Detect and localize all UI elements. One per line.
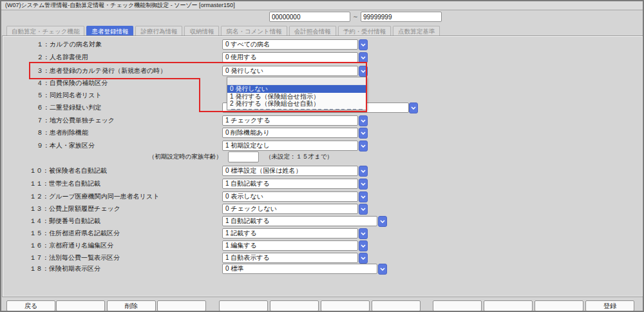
delete-button[interactable]: 削除: [107, 300, 156, 311]
footer-button-11[interactable]: [535, 300, 583, 311]
row-label-17: １７：法別毎公費一覧表示区分: [30, 253, 120, 263]
window-title: (W07)システム管理情報-自動算定情報・チェック機能制御設定 - ソーゾー […: [1, 1, 643, 10]
row-select-12[interactable]: 0 表示しない: [222, 191, 358, 202]
row-label-15: １５：住所都道府県名記載区分: [30, 228, 120, 239]
footer-button-7[interactable]: [321, 300, 370, 311]
row-select-8[interactable]: 0 削除機能あり: [222, 128, 358, 138]
row-select-17[interactable]: 1 自動表示する: [222, 253, 358, 263]
chevron-down-icon[interactable]: [359, 253, 368, 264]
row-label-6: ６：二重登録疑い判定: [37, 102, 101, 113]
row-label-18: １８：保険初期表示区分: [30, 264, 100, 274]
footer-button-5[interactable]: [219, 300, 268, 311]
chevron-down-icon[interactable]: [359, 179, 368, 190]
tab-disease-comment[interactable]: 病名・コメント情報: [221, 26, 287, 35]
row-select-1[interactable]: 0 すべての病名: [222, 39, 358, 50]
footer-button-2[interactable]: [56, 300, 105, 311]
row-label-9: ９：本人・家族区分: [37, 141, 95, 151]
chevron-down-icon[interactable]: [359, 240, 368, 251]
back-button[interactable]: 戻る: [6, 300, 55, 311]
row-select-13[interactable]: 0 チェックしない: [222, 204, 358, 214]
row-label-16: １６：京都府通り名編集区分: [30, 240, 113, 251]
row-select-15[interactable]: 1 記載する: [222, 228, 358, 239]
dropdown-option-selected[interactable]: 0 発行しない: [227, 85, 366, 93]
family-age-hint: （未設定：１５才まで）: [265, 151, 333, 161]
row-select-3[interactable]: 0 発行しない: [222, 66, 358, 76]
family-age-label: （初期設定時の家族年齢）: [98, 151, 222, 161]
row-label-1: １：カルテの病名対象: [37, 39, 102, 50]
tab-patient-registration[interactable]: 患者登録情報: [86, 26, 133, 35]
row-select-7[interactable]: 1 チェックする: [222, 115, 358, 126]
chevron-down-icon[interactable]: [359, 128, 368, 139]
chevron-down-icon[interactable]: [359, 39, 368, 50]
row-select-9[interactable]: 1 初期設定なし: [222, 141, 358, 151]
dropdown-popup: 0 発行しない 1 発行する（保険組合せ指示） 2 発行する（保険組合せ自動）: [227, 77, 367, 110]
chevron-down-icon[interactable]: [359, 115, 368, 126]
row-select-10[interactable]: 0 標準設定（国保は姓名）: [222, 166, 358, 176]
row-label-10: １０：被保険者名自動記載: [30, 166, 107, 176]
row-select-16[interactable]: 1 編集する: [222, 240, 358, 251]
footer-button-10[interactable]: [484, 300, 533, 311]
tab-reservation-reception[interactable]: 予約・受付情報: [338, 26, 392, 35]
footer-button-4[interactable]: [157, 300, 206, 311]
dropdown-option[interactable]: 2 発行する（保険組合せ自動）: [227, 100, 366, 108]
row-label-7: ７：地方公費単独チェック: [37, 115, 115, 126]
row-select-2[interactable]: 0 使用する: [222, 52, 358, 63]
family-age-input[interactable]: [228, 151, 259, 162]
dropdown-option[interactable]: 1 発行する（保険組合せ指示）: [227, 93, 366, 101]
chevron-down-icon[interactable]: [359, 141, 368, 151]
row-label-14: １４：郵便番号自動記載: [30, 216, 100, 226]
clipped-option-row: [231, 109, 363, 111]
tab-point-calculation[interactable]: 点数算定基準: [393, 26, 440, 35]
chevron-down-icon[interactable]: [409, 102, 418, 113]
chevron-down-icon[interactable]: [378, 216, 387, 227]
footer-button-6[interactable]: [270, 300, 319, 311]
row-label-3: ３：患者登録のカルテ発行（新規患者の時）: [37, 66, 166, 76]
row-label-8: ８：患者削除機能: [37, 128, 88, 138]
chevron-down-icon[interactable]: [359, 66, 368, 77]
range-separator: ～: [351, 12, 360, 22]
row-label-11: １１：世帯主名自動記載: [30, 179, 100, 189]
register-button[interactable]: 登録: [585, 300, 634, 311]
row-label-13: １３：公費上限額履歴チェック: [30, 204, 120, 214]
chevron-down-icon[interactable]: [359, 166, 368, 177]
chevron-down-icon[interactable]: [359, 52, 368, 63]
tab-auto-calc[interactable]: 自動算定・チェック機能: [6, 26, 84, 35]
row-select-18[interactable]: 0 標準: [222, 264, 377, 274]
chevron-down-icon[interactable]: [359, 191, 368, 202]
tab-payment[interactable]: 収納情報: [184, 26, 219, 35]
patient-number-to-input[interactable]: [361, 12, 442, 22]
row-label-4: ４：自費保険の補助区分: [37, 78, 108, 88]
chevron-down-icon[interactable]: [359, 204, 368, 215]
dropdown-option-blank[interactable]: [227, 77, 366, 85]
chevron-down-icon[interactable]: [359, 228, 368, 239]
tab-bar: 自動算定・チェック機能 患者登録情報 診療行為情報 収納情報 病名・コメント情報…: [6, 26, 440, 35]
row-select-11[interactable]: 1 自動記載する: [222, 179, 358, 189]
row-label-5: ５：同姓同名者リスト: [37, 90, 102, 101]
app-window: (W07)システム管理情報-自動算定情報・チェック機能制御設定 - ソーゾー […: [0, 0, 644, 312]
row-select-14[interactable]: 1 自動記載する: [222, 216, 377, 226]
row-label-12: １２：グループ医療機関内同一患者名リスト: [30, 191, 159, 202]
footer-button-8[interactable]: [372, 300, 421, 311]
patient-number-from-input[interactable]: [269, 12, 350, 22]
chevron-down-icon[interactable]: [378, 264, 387, 275]
row-label-2: ２：人名辞書使用: [37, 52, 88, 63]
tab-medical-treatment[interactable]: 診療行為情報: [135, 26, 182, 35]
tab-account-inquiry[interactable]: 会計照会情報: [289, 26, 336, 35]
footer-button-9[interactable]: [433, 300, 482, 311]
